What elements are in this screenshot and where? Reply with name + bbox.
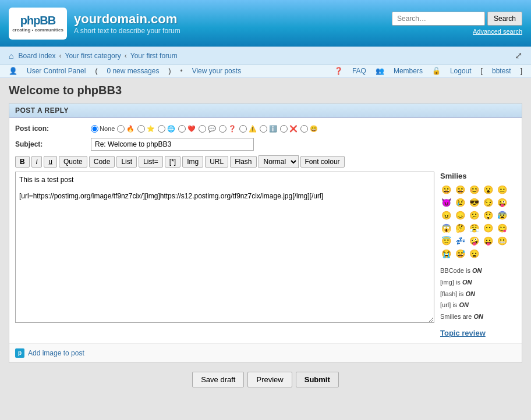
icon-star-radio[interactable] — [137, 125, 145, 133]
smiley-icon[interactable]: 😮 — [482, 184, 494, 195]
site-name: yourdomain.com — [74, 12, 180, 27]
icon-speech-radio[interactable] — [199, 125, 206, 133]
bbcode-label: BBCode — [440, 267, 464, 274]
smiley-icon[interactable]: 😏 — [482, 197, 494, 208]
icon-options: None 🔥 ⭐ 🌐 ❤️ 💬 ❓ ⚠️ ℹ️ ❌ 😄 — [91, 124, 318, 133]
save-draft-button[interactable]: Save draft — [192, 372, 244, 387]
italic-button[interactable]: i — [31, 156, 43, 168]
smiley-icon[interactable]: 😑 — [496, 184, 508, 195]
ucp-link[interactable]: User Control Panel — [27, 67, 86, 75]
subject-label: Subject: — [15, 140, 91, 148]
smiley-icon[interactable]: 😶 — [482, 222, 494, 234]
search-button[interactable]: Search — [487, 12, 522, 26]
icon-heart-radio[interactable] — [178, 125, 186, 133]
code-button[interactable]: Code — [89, 156, 115, 168]
smiley-icon[interactable]: 😲 — [482, 209, 494, 221]
smiley-icon[interactable]: 😈 — [440, 197, 452, 208]
advanced-search-link[interactable]: Advanced search — [473, 28, 522, 35]
smiley-icon[interactable]: 😭 — [440, 248, 452, 259]
smiley-icon[interactable]: 😋 — [496, 222, 508, 234]
star-button[interactable]: [*] — [165, 156, 180, 168]
smiley-icon[interactable]: 😱 — [440, 222, 452, 234]
icon-face[interactable]: 😄 — [300, 124, 318, 133]
icon-fire-radio[interactable] — [117, 125, 125, 133]
icon-warning-radio[interactable] — [239, 125, 247, 133]
breadcrumb-forum[interactable]: Your first forum — [130, 52, 178, 60]
font-colour-button[interactable]: Font colour — [300, 156, 345, 168]
icon-heart[interactable]: ❤️ — [178, 124, 196, 133]
smiley-icon[interactable]: 😰 — [496, 209, 508, 221]
underline-button[interactable]: u — [44, 156, 57, 168]
view-posts-link[interactable]: View your posts — [192, 67, 242, 75]
search-input[interactable] — [392, 12, 485, 26]
smiley-icon[interactable]: 😀 — [440, 184, 452, 195]
icon-face-img: 😄 — [309, 124, 318, 133]
smilies-status: ON — [473, 313, 483, 320]
smiley-icon[interactable]: 😄 — [454, 184, 466, 195]
url-button[interactable]: URL — [205, 156, 228, 168]
url-status: ON — [459, 301, 469, 308]
icon-cross[interactable]: ❌ — [280, 124, 298, 133]
nav-paren-open: ( — [95, 67, 97, 75]
smiley-icon[interactable]: 😦 — [468, 248, 480, 259]
new-messages-link[interactable]: 0 new messages — [107, 67, 159, 75]
smiley-icon[interactable]: 😊 — [468, 184, 480, 195]
icon-info[interactable]: ℹ️ — [260, 124, 278, 133]
smiley-icon[interactable]: 😜 — [496, 197, 508, 208]
icon-question-radio[interactable] — [219, 125, 226, 133]
icon-fire[interactable]: 🔥 — [117, 124, 135, 133]
logout-link[interactable]: Logout — [450, 67, 472, 75]
font-size-select[interactable]: Tiny Small Normal Large Huge — [259, 155, 299, 168]
smiley-icon[interactable]: 😛 — [482, 235, 494, 247]
flash-button[interactable]: Flash — [230, 156, 256, 168]
breadcrumb-bar: ⌂ Board index ‹ Your first category ‹ Yo… — [0, 47, 531, 65]
icon-globe[interactable]: 🌐 — [158, 124, 176, 133]
icon-question[interactable]: ❓ — [219, 124, 237, 133]
img-button[interactable]: Img — [182, 156, 203, 168]
resize-icon[interactable]: ⤢ — [515, 50, 522, 61]
icon-none-radio[interactable] — [91, 125, 98, 133]
username-link[interactable]: bbtest — [492, 67, 511, 75]
post-reply-header: POST A REPLY — [9, 104, 522, 118]
add-image-link[interactable]: Add image to post — [28, 349, 84, 357]
smiley-icon[interactable]: 💤 — [454, 235, 466, 247]
smiley-icon[interactable]: 😠 — [440, 209, 452, 221]
username-bracket-close: ] — [521, 67, 522, 75]
message-textarea[interactable]: This is a test post [url=https://postimg… — [15, 172, 434, 323]
subject-input[interactable] — [91, 138, 254, 151]
icon-none[interactable]: None — [91, 125, 115, 133]
smiley-icon[interactable]: 😅 — [454, 248, 466, 259]
quote-button[interactable]: Quote — [59, 156, 87, 168]
faq-icon: ❓ — [334, 67, 343, 75]
logo-tagline: creating • communities — [12, 27, 63, 33]
icon-face-radio[interactable] — [300, 125, 308, 133]
icon-warning[interactable]: ⚠️ — [239, 124, 257, 133]
smiley-icon[interactable]: 😕 — [468, 209, 480, 221]
img-status: ON — [462, 279, 472, 286]
topic-review-link[interactable]: Topic review — [440, 329, 516, 337]
icon-globe-radio[interactable] — [158, 125, 165, 133]
preview-button[interactable]: Preview — [247, 372, 292, 387]
icon-info-radio[interactable] — [260, 125, 267, 133]
smiley-icon[interactable]: 😤 — [468, 222, 480, 234]
icon-cross-radio[interactable] — [280, 125, 288, 133]
smiley-icon[interactable]: 😇 — [440, 235, 452, 247]
members-link[interactable]: Members — [394, 67, 423, 75]
icon-star[interactable]: ⭐ — [137, 124, 155, 133]
smiley-icon[interactable]: 🤔 — [454, 222, 466, 234]
icon-speech[interactable]: 💬 — [199, 124, 217, 133]
bold-button[interactable]: B — [15, 156, 30, 168]
smiley-icon[interactable]: 😬 — [496, 235, 508, 247]
icon-globe-img: 🌐 — [167, 124, 176, 133]
submit-button[interactable]: Submit — [296, 372, 339, 387]
list-button[interactable]: List — [116, 156, 137, 168]
smiley-icon[interactable]: 😞 — [454, 209, 466, 221]
smiley-icon[interactable]: 😎 — [468, 197, 480, 208]
breadcrumb-category[interactable]: Your first category — [65, 52, 121, 60]
list-eq-button[interactable]: List= — [139, 156, 163, 168]
faq-link[interactable]: FAQ — [352, 67, 366, 75]
nav-paren-close: ) — [168, 67, 171, 75]
smiley-icon[interactable]: 😢 — [454, 197, 466, 208]
breadcrumb-board-index[interactable]: Board index — [18, 52, 55, 60]
smiley-icon[interactable]: 🤪 — [468, 235, 480, 247]
